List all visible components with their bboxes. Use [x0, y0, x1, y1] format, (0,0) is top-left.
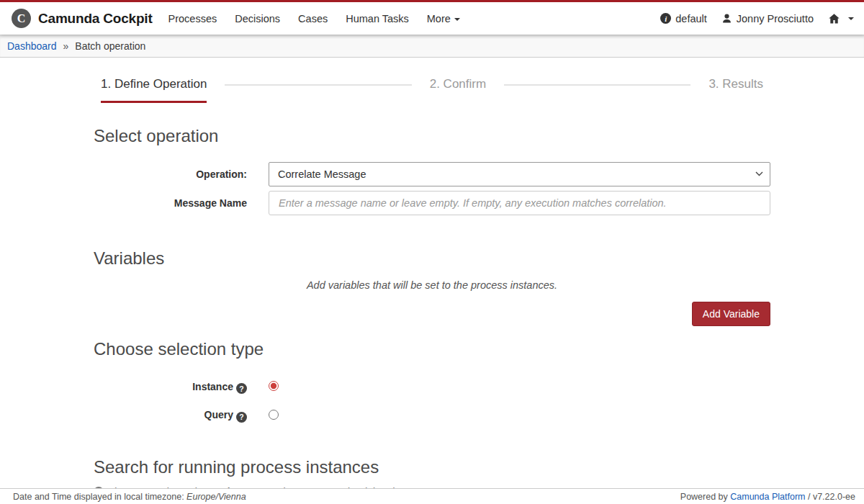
chevron-down-icon: [454, 18, 460, 21]
main-nav: Processes Decisions Cases Human Tasks Mo…: [168, 13, 460, 24]
instance-help-icon[interactable]: ?: [236, 383, 247, 394]
timezone-value: Europe/Vienna: [186, 492, 246, 502]
step-connector: [504, 84, 690, 86]
instance-radio-control: [269, 381, 770, 393]
nav-cases[interactable]: Cases: [298, 13, 328, 24]
engine-name: default: [675, 13, 707, 24]
brand-title: Camunda Cockpit: [38, 11, 153, 27]
operation-row: Operation: Correlate Message: [94, 162, 770, 186]
step-define-operation: 1. Define Operation: [101, 77, 207, 103]
breadcrumb-separator: »: [63, 40, 69, 52]
query-label: Query: [204, 409, 233, 420]
camunda-platform-link[interactable]: Camunda Platform: [730, 492, 805, 502]
query-radio-control: [269, 410, 770, 422]
home-icon: [828, 13, 840, 24]
breadcrumb: Dashboard » Batch operation: [0, 35, 864, 58]
instance-label-group: Instance?: [94, 381, 269, 395]
top-navbar: C Camunda Cockpit Processes Decisions Ca…: [0, 0, 864, 35]
brand-link[interactable]: C Camunda Cockpit: [12, 9, 153, 28]
step-connector: [225, 84, 411, 86]
nav-more-label: More: [427, 13, 451, 24]
main-content: 1. Define Operation 2. Confirm 3. Result…: [94, 58, 770, 498]
variables-hint: Add variables that will be set to the pr…: [94, 279, 770, 291]
message-name-label: Message Name: [94, 197, 269, 209]
instance-radio-row: Instance?: [94, 381, 770, 395]
query-label-group: Query?: [94, 409, 269, 423]
camunda-logo-icon: C: [12, 9, 31, 28]
operation-control: Correlate Message: [269, 162, 770, 186]
message-name-input[interactable]: [269, 191, 770, 215]
info-icon: i: [660, 13, 671, 24]
nav-processes[interactable]: Processes: [168, 13, 217, 24]
home-menu[interactable]: [828, 13, 854, 24]
footer-timezone: Date and Time displayed in local timezon…: [13, 492, 246, 502]
step-results: 3. Results: [708, 77, 763, 103]
nav-more-dropdown[interactable]: More: [427, 13, 460, 24]
query-radio-row: Query?: [94, 409, 770, 423]
select-operation-title: Select operation: [94, 126, 770, 146]
instance-label: Instance: [192, 381, 233, 392]
variables-title: Variables: [94, 248, 770, 269]
operation-select[interactable]: Correlate Message: [269, 162, 770, 186]
variables-actions: Add Variable: [94, 302, 770, 326]
engine-selector[interactable]: i default: [660, 13, 707, 24]
query-help-icon[interactable]: ?: [236, 412, 247, 423]
chevron-down-icon: [848, 17, 854, 20]
search-title: Search for running process instances: [94, 457, 770, 477]
message-name-row: Message Name: [94, 191, 770, 215]
navbar-right: i default Jonny Prosciutto: [660, 13, 854, 24]
nav-human-tasks[interactable]: Human Tasks: [346, 13, 409, 24]
operation-label: Operation:: [94, 168, 269, 180]
user-name: Jonny Prosciutto: [737, 13, 814, 24]
footer-powered-by: Powered by Camunda Platform / v7.22.0-ee: [680, 492, 855, 502]
wizard-steps: 1. Define Operation 2. Confirm 3. Result…: [94, 58, 770, 103]
user-menu[interactable]: Jonny Prosciutto: [721, 13, 814, 24]
breadcrumb-current: Batch operation: [75, 40, 145, 52]
step-confirm: 2. Confirm: [430, 77, 486, 103]
message-name-control: [269, 191, 770, 215]
breadcrumb-dashboard-link[interactable]: Dashboard: [7, 40, 57, 52]
add-variable-button[interactable]: Add Variable: [692, 302, 770, 326]
query-radio[interactable]: [269, 410, 279, 420]
nav-decisions[interactable]: Decisions: [235, 13, 280, 24]
instance-radio[interactable]: [269, 381, 279, 391]
navbar-left: C Camunda Cockpit Processes Decisions Ca…: [12, 9, 460, 28]
selection-type-title: Choose selection type: [94, 339, 770, 359]
user-icon: [721, 13, 732, 24]
footer: Date and Time displayed in local timezon…: [0, 488, 864, 504]
